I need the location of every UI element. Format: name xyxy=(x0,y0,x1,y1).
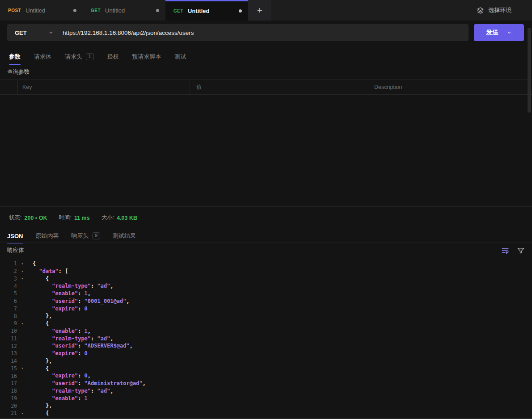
tab-headers-label: 请求头 xyxy=(65,53,82,61)
url-group: GET https://192.168.1.16:8006/api2/json/… xyxy=(7,24,469,41)
code-line: "userid": "Administrator@ad", xyxy=(33,380,532,387)
tab-title: Untitled xyxy=(25,7,69,14)
json-response-viewer: 1▾2▾3▾456789▾101112131415▾161718192021▾ … xyxy=(0,258,532,419)
filter-icon[interactable] xyxy=(517,247,525,255)
line-number: 10 xyxy=(0,328,17,334)
tab-body[interactable]: 请求体 xyxy=(34,53,51,61)
line-number: 13 xyxy=(0,350,17,356)
url-input[interactable]: https://192.168.1.16:8006/api2/json/acce… xyxy=(63,29,194,36)
gutter-row: 21▾ xyxy=(0,410,28,417)
time-label: 时间: xyxy=(59,214,71,222)
send-label: 发送 xyxy=(486,29,498,37)
fold-toggle-icon[interactable]: ▾ xyxy=(18,277,26,281)
code-line: "enable": 1 xyxy=(33,395,532,402)
response-body-label: 响应体 xyxy=(7,247,24,254)
line-number: 2 xyxy=(0,268,17,274)
code-line: "expire": 0 xyxy=(33,305,532,313)
request-tab-2[interactable]: GET Untitled xyxy=(83,0,165,21)
tab-params[interactable]: 参数 xyxy=(9,53,21,61)
tab-bar: POST Untitled GET Untitled GET Untitled … xyxy=(0,0,532,21)
gutter-row: 20 xyxy=(0,402,28,410)
size-label: 大小: xyxy=(101,214,114,222)
gutter-row: 2▾ xyxy=(0,268,28,275)
line-number: 4 xyxy=(0,283,17,289)
environment-selector[interactable]: 选择环境 xyxy=(477,0,532,21)
method-value: GET xyxy=(15,29,27,36)
param-key-cell[interactable]: Key xyxy=(18,80,190,94)
fold-toggle-icon[interactable]: ▾ xyxy=(18,262,26,266)
code-gutter: 1▾2▾3▾456789▾101112131415▾161718192021▾ xyxy=(0,260,28,419)
unsaved-dot-icon xyxy=(73,9,76,12)
gutter-row: 9▾ xyxy=(0,320,28,327)
response-headers-label: 响应头 xyxy=(71,232,89,240)
param-description-cell[interactable]: Description xyxy=(365,80,532,94)
response-body-header: 响应体 xyxy=(0,243,532,258)
method-badge-post: POST xyxy=(8,8,21,13)
gutter-row: 7 xyxy=(0,305,28,313)
line-number: 6 xyxy=(0,298,17,304)
vertical-scrollbar[interactable] xyxy=(528,28,531,113)
tab-pre-request-script[interactable]: 预请求脚本 xyxy=(132,53,161,61)
method-select[interactable]: GET xyxy=(7,29,63,36)
gutter-row: 14 xyxy=(0,357,28,365)
code-line: }, xyxy=(33,402,532,410)
gutter-row: 10 xyxy=(0,327,28,335)
line-number: 7 xyxy=(0,306,17,312)
response-time: 时间: 11 ms xyxy=(59,214,89,222)
line-number: 12 xyxy=(0,343,17,349)
chevron-down-icon[interactable] xyxy=(507,30,512,35)
query-params-title: 查询参数 xyxy=(7,68,30,76)
wrap-lines-icon[interactable] xyxy=(501,247,509,255)
line-number: 18 xyxy=(0,388,17,394)
param-checkbox-cell[interactable] xyxy=(0,80,18,94)
tab-test-results[interactable]: 测试结果 xyxy=(113,232,136,240)
value-placeholder: 值 xyxy=(196,84,202,91)
unsaved-dot-icon xyxy=(239,9,242,13)
code-line: { xyxy=(33,410,532,417)
fold-toggle-icon[interactable]: ▾ xyxy=(18,269,26,273)
gutter-row: 16 xyxy=(0,372,28,380)
tab-title: Untitled xyxy=(105,7,152,14)
environment-label: 选择环境 xyxy=(488,6,511,14)
tab-headers[interactable]: 请求头1 xyxy=(65,53,94,61)
gutter-row: 15▾ xyxy=(0,365,28,373)
response-headers-count-badge: 9 xyxy=(92,232,100,239)
request-section-tabs: 参数 请求体 请求头1 授权 预请求脚本 测试 xyxy=(0,49,532,64)
fold-toggle-icon[interactable]: ▾ xyxy=(18,366,26,370)
param-value-cell[interactable]: 值 xyxy=(190,80,365,94)
gutter-row: 12 xyxy=(0,342,28,350)
tab-response-headers[interactable]: 响应头9 xyxy=(71,232,100,240)
gutter-row: 8 xyxy=(0,312,28,320)
line-number: 17 xyxy=(0,380,17,386)
code-line: "data": [ xyxy=(33,268,532,275)
code-line: { xyxy=(33,320,532,327)
request-tab-1[interactable]: POST Untitled xyxy=(0,0,83,21)
tab-tests[interactable]: 测试 xyxy=(175,53,186,61)
code-line: { xyxy=(33,275,532,283)
line-number: 9 xyxy=(0,320,17,327)
unsaved-dot-icon xyxy=(156,9,159,12)
gutter-row: 4 xyxy=(0,282,28,290)
fold-toggle-icon[interactable]: ▾ xyxy=(18,322,26,326)
line-number: 15 xyxy=(0,365,17,372)
new-tab-button[interactable] xyxy=(248,0,271,21)
line-number: 14 xyxy=(0,358,17,364)
code-line: "realm-type": "ad", xyxy=(33,282,532,290)
line-number: 3 xyxy=(0,276,17,282)
gutter-row: 18 xyxy=(0,387,28,395)
gutter-row: 3▾ xyxy=(0,275,28,283)
tab-auth[interactable]: 授权 xyxy=(107,53,119,61)
response-body-actions xyxy=(501,247,525,255)
fold-toggle-icon[interactable]: ▾ xyxy=(18,411,26,415)
gutter-row: 1▾ xyxy=(0,260,28,268)
query-params-table: Key 值 Description xyxy=(0,80,532,95)
gutter-row: 17 xyxy=(0,380,28,387)
response-size: 大小: 4.03 KB xyxy=(101,214,137,222)
tab-json[interactable]: JSON xyxy=(7,233,23,239)
send-button[interactable]: 发送 xyxy=(474,24,524,41)
code-lines[interactable]: { "data": [ { "realm-type": "ad", "enabl… xyxy=(28,260,532,419)
tab-raw[interactable]: 原始内容 xyxy=(35,232,59,240)
request-bar: GET https://192.168.1.16:8006/api2/json/… xyxy=(0,21,532,45)
response-status-bar: 状态: 200 • OK 时间: 11 ms 大小: 4.03 KB xyxy=(9,214,137,222)
request-tab-3-active[interactable]: GET Untitled xyxy=(165,0,248,21)
